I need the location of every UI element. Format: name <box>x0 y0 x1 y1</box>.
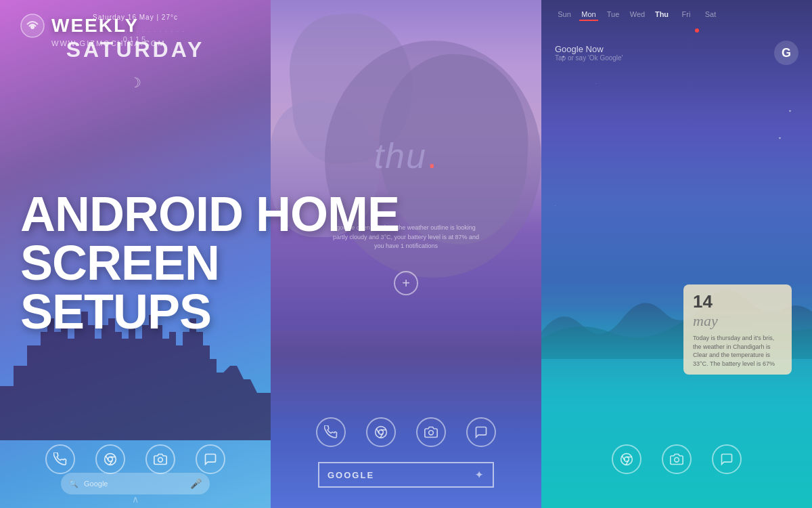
google-now-subtitle-right: Tap or say 'Ok Google' <box>555 54 623 62</box>
day-thu: Thu <box>652 10 671 21</box>
camera-icon[interactable] <box>145 444 175 474</box>
day-sat: Sat <box>701 10 720 21</box>
date-card-month: may <box>693 312 782 330</box>
search-placeholder-left: Google <box>84 480 108 488</box>
google-now-right: Google Now Tap or say 'Ok Google' G <box>555 41 798 65</box>
thu-dot: . <box>427 136 438 175</box>
google-now-title-right: Google Now <box>555 44 623 54</box>
whatsapp-icon-mid[interactable] <box>466 417 496 447</box>
whatsapp-icon[interactable] <box>196 444 225 474</box>
plus-button-middle[interactable]: + <box>394 271 418 295</box>
mic-icon-left[interactable]: 🎤 <box>190 478 202 489</box>
date-card-description: Today is thursday and it's bris, the wea… <box>693 334 782 368</box>
chevron-up-left: ∧ <box>132 494 139 505</box>
search-icon-left: 🔍 <box>69 480 78 488</box>
panel-middle: thu. google often tells how the weather … <box>271 0 541 508</box>
day-labels: Sun Mon Tue Wed Thu Fri Sat <box>555 10 720 21</box>
chrome-icon[interactable] <box>95 444 125 474</box>
search-star-icon: ✦ <box>475 469 484 480</box>
chrome-icon-mid[interactable] <box>366 417 396 447</box>
star-3: ✦ <box>778 135 782 140</box>
forest-silhouette <box>0 305 271 440</box>
day-fri: Fri <box>677 10 696 21</box>
date-card: 14 may Today is thursday and it's bris, … <box>683 284 792 375</box>
moon-icon: ☽ <box>129 75 141 91</box>
google-search-label: GOOGLE <box>328 470 374 480</box>
star-4: · <box>555 203 556 207</box>
chrome-icon-right[interactable] <box>612 444 641 474</box>
calendar-header: Sun Mon Tue Wed Thu Fri Sat <box>555 10 798 21</box>
star-5: ✦ <box>788 108 792 113</box>
svg-point-17 <box>675 458 679 463</box>
camera-icon-right[interactable] <box>662 444 692 474</box>
day-tue: Tue <box>604 10 623 21</box>
panel-right: ✦ · ✦ · ✦ Sun Mon Tue Wed Thu Fri Sat Go… <box>541 0 812 508</box>
whatsapp-icon-right[interactable] <box>712 444 742 474</box>
left-date-line: Saturday 16 May | 27°c <box>93 14 178 21</box>
google-now-middle: google often tells how the weather outli… <box>332 224 480 251</box>
dots-decoration: · · · · · · · · · · · · · · · · · · <box>85 28 185 35</box>
google-g-button[interactable]: G <box>774 41 798 65</box>
day-sun: Sun <box>555 10 574 21</box>
dock-left <box>0 444 271 474</box>
search-bar-left[interactable]: 🔍 Google 🎤 <box>61 473 210 494</box>
date-card-number: 14 <box>693 291 782 312</box>
day-mon: Mon <box>579 10 598 21</box>
google-now-info: Google Now Tap or say 'Ok Google' <box>555 44 623 62</box>
dock-middle <box>271 417 541 447</box>
thu-day-text: thu. <box>374 135 438 176</box>
svg-point-11 <box>429 431 434 436</box>
phone-icon-mid[interactable] <box>316 417 346 447</box>
day-wed: Wed <box>628 10 647 21</box>
left-date-info: Saturday 16 May | 27°c <box>93 14 178 24</box>
google-now-weather-text: google often tells how the weather outli… <box>332 224 480 251</box>
left-day-name: SATURDAY <box>66 37 204 62</box>
panel-left: Saturday 16 May | 27°c · · · · · · · · ·… <box>0 0 271 508</box>
svg-point-5 <box>158 458 163 463</box>
thu-text-label: thu <box>374 136 427 175</box>
left-day-display: SATURDAY <box>66 37 204 62</box>
star-2: · <box>595 81 597 85</box>
dock-right <box>541 444 812 474</box>
search-bar-middle[interactable]: GOOGLE ✦ <box>318 462 494 488</box>
main-container: Saturday 16 May | 27°c · · · · · · · · ·… <box>0 0 812 508</box>
active-day-indicator <box>695 28 699 33</box>
camera-icon-mid[interactable] <box>416 417 446 447</box>
phone-icon[interactable] <box>45 444 75 474</box>
